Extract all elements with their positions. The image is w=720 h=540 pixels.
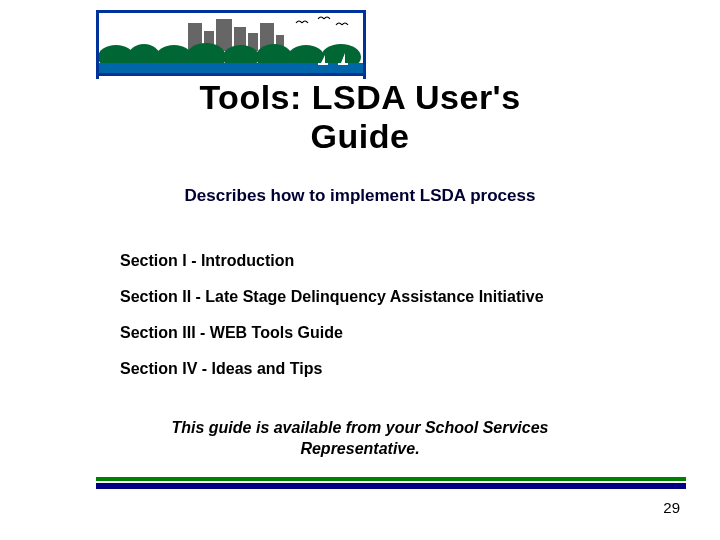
svg-rect-18 bbox=[318, 63, 328, 65]
section-item: Section III - WEB Tools Guide bbox=[120, 324, 660, 342]
slide-title: Tools: LSDA User's Guide bbox=[0, 78, 720, 156]
section-item: Section II - Late Stage Delinquency Assi… bbox=[120, 288, 660, 306]
page-number: 29 bbox=[663, 499, 680, 516]
footer-line-1: This guide is available from your School… bbox=[0, 418, 720, 439]
slide-subtitle: Describes how to implement LSDA process bbox=[0, 186, 720, 206]
section-list: Section I - Introduction Section II - La… bbox=[120, 252, 660, 396]
footer-line-2: Representative. bbox=[0, 439, 720, 460]
svg-rect-20 bbox=[338, 63, 348, 65]
title-line-2: Guide bbox=[0, 117, 720, 156]
footer-note: This guide is available from your School… bbox=[0, 418, 720, 460]
divider-navy bbox=[96, 483, 686, 489]
section-item: Section IV - Ideas and Tips bbox=[120, 360, 660, 378]
skyline-graphic bbox=[96, 13, 366, 79]
svg-rect-21 bbox=[96, 13, 99, 79]
title-line-1: Tools: LSDA User's bbox=[0, 78, 720, 117]
header-logo bbox=[96, 10, 366, 76]
svg-rect-22 bbox=[363, 13, 366, 79]
divider-bar bbox=[96, 477, 686, 489]
section-item: Section I - Introduction bbox=[120, 252, 660, 270]
